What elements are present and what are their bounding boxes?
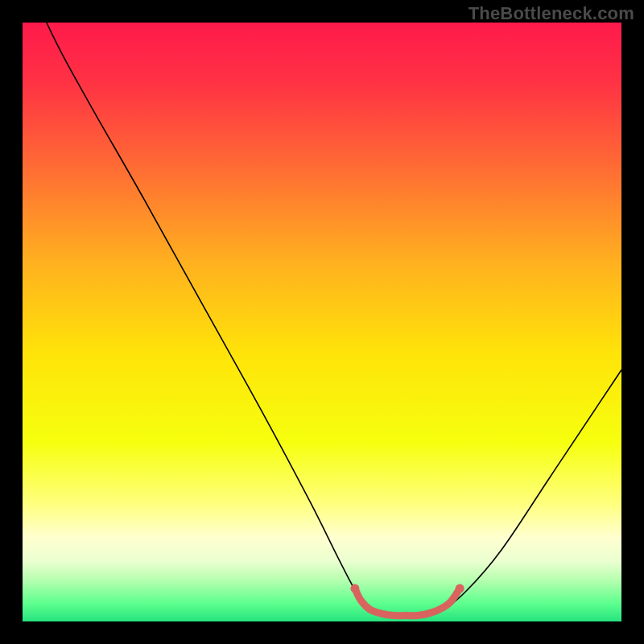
bottleneck-chart bbox=[23, 23, 621, 621]
watermark-text: TheBottleneck.com bbox=[469, 3, 634, 24]
highlight-end-dot bbox=[456, 584, 464, 593]
chart-frame: TheBottleneck.com bbox=[0, 0, 644, 644]
plot-area bbox=[23, 23, 621, 621]
gradient-background bbox=[23, 23, 621, 621]
highlight-start-dot bbox=[350, 584, 359, 593]
